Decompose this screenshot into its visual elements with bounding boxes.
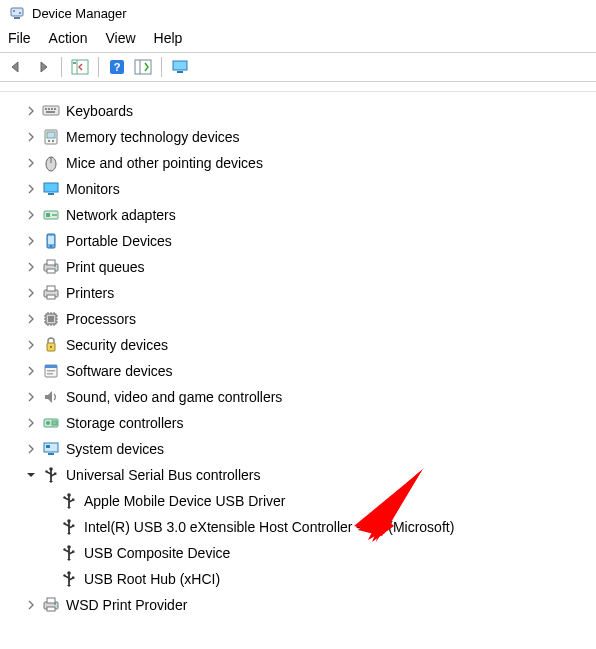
tree-node[interactable]: Sound, video and game controllers <box>4 384 596 410</box>
sound-icon <box>42 388 60 406</box>
app-icon <box>8 4 26 22</box>
expand-icon[interactable] <box>24 260 38 274</box>
tree-child-node[interactable]: USB Root Hub (xHCI) <box>4 566 596 592</box>
tree-node[interactable]: Keyboards <box>4 98 596 124</box>
storage-icon <box>42 414 60 432</box>
forward-button[interactable] <box>32 56 54 78</box>
back-button[interactable] <box>6 56 28 78</box>
svg-rect-11 <box>173 61 187 70</box>
tree-node[interactable]: Software devices <box>4 358 596 384</box>
expand-icon[interactable] <box>24 598 38 612</box>
system-icon <box>42 440 60 458</box>
tree-node-label: USB Root Hub (xHCI) <box>82 571 220 587</box>
memtech-icon <box>42 128 60 146</box>
tree-node[interactable]: Portable Devices <box>4 228 596 254</box>
expand-icon[interactable] <box>24 442 38 456</box>
usb-icon <box>42 466 60 484</box>
expand-icon[interactable] <box>24 104 38 118</box>
expand-icon[interactable] <box>24 286 38 300</box>
tree-node-label: Print queues <box>64 259 145 275</box>
expand-icon[interactable] <box>24 364 38 378</box>
toolbar: ? <box>0 52 596 82</box>
expand-icon[interactable] <box>24 416 38 430</box>
tree-child-node[interactable]: Intel(R) USB 3.0 eXtensible Host Control… <box>4 514 596 540</box>
usb-icon <box>60 518 78 536</box>
tree-node-label: Printers <box>64 285 114 301</box>
printqueue-icon <box>42 596 60 614</box>
menu-file[interactable]: File <box>8 30 31 46</box>
tree-node[interactable]: Processors <box>4 306 596 332</box>
menu-action[interactable]: Action <box>49 30 88 46</box>
svg-point-3 <box>19 12 21 14</box>
tree-node-label: Monitors <box>64 181 120 197</box>
tree-node[interactable]: Monitors <box>4 176 596 202</box>
tree-node[interactable]: Storage controllers <box>4 410 596 436</box>
expand-icon[interactable] <box>24 312 38 326</box>
toolbar-separator <box>61 57 62 77</box>
tree-node[interactable]: System devices <box>4 436 596 462</box>
tree-child-node[interactable]: USB Composite Device <box>4 540 596 566</box>
software-icon <box>42 362 60 380</box>
content-separator <box>0 82 596 92</box>
menubar: File Action View Help <box>0 26 596 52</box>
portable-icon <box>42 232 60 250</box>
printqueue-icon <box>42 258 60 276</box>
monitor-icon <box>42 180 60 198</box>
tree-node-label: Apple Mobile Device USB Driver <box>82 493 286 509</box>
monitor-button[interactable] <box>169 56 191 78</box>
expand-icon[interactable] <box>24 156 38 170</box>
tree-node-label: Memory technology devices <box>64 129 240 145</box>
tree-node[interactable]: Mice and other pointing devices <box>4 150 596 176</box>
toolbar-separator <box>161 57 162 77</box>
show-hide-console-button[interactable] <box>69 56 91 78</box>
tree-node-label: Sound, video and game controllers <box>64 389 282 405</box>
menu-view[interactable]: View <box>105 30 135 46</box>
tree-node-label: Mice and other pointing devices <box>64 155 263 171</box>
svg-rect-12 <box>177 71 183 73</box>
tree-node[interactable]: Network adapters <box>4 202 596 228</box>
keyboard-icon <box>42 102 60 120</box>
expand-icon[interactable] <box>24 182 38 196</box>
cpu-icon <box>42 310 60 328</box>
titlebar: Device Manager <box>0 0 596 26</box>
tree-node-label: Software devices <box>64 363 173 379</box>
tree-child-node[interactable]: Apple Mobile Device USB Driver <box>4 488 596 514</box>
tree-node[interactable]: WSD Print Provider <box>4 592 596 618</box>
menu-help[interactable]: Help <box>154 30 183 46</box>
tree-node[interactable]: Memory technology devices <box>4 124 596 150</box>
usb-icon <box>60 492 78 510</box>
scan-hardware-button[interactable] <box>132 56 154 78</box>
printer-icon <box>42 284 60 302</box>
svg-point-2 <box>13 10 15 12</box>
toolbar-separator <box>98 57 99 77</box>
tree-node-label: WSD Print Provider <box>64 597 187 613</box>
svg-rect-0 <box>11 8 23 16</box>
expand-icon[interactable] <box>24 234 38 248</box>
tree-node-label: Intel(R) USB 3.0 eXtensible Host Control… <box>82 519 454 535</box>
usb-icon <box>60 544 78 562</box>
expand-icon[interactable] <box>24 338 38 352</box>
svg-text:?: ? <box>114 61 121 73</box>
tree-node-label: Network adapters <box>64 207 176 223</box>
tree-node[interactable]: Printers <box>4 280 596 306</box>
tree-node-label: Universal Serial Bus controllers <box>64 467 261 483</box>
tree-node[interactable]: Universal Serial Bus controllers <box>4 462 596 488</box>
tree-node-label: USB Composite Device <box>82 545 230 561</box>
svg-rect-1 <box>14 17 20 19</box>
expand-icon[interactable] <box>24 390 38 404</box>
security-icon <box>42 336 60 354</box>
expand-icon[interactable] <box>24 130 38 144</box>
tree-node[interactable]: Print queues <box>4 254 596 280</box>
help-button[interactable]: ? <box>106 56 128 78</box>
tree-node-label: Processors <box>64 311 136 327</box>
mouse-icon <box>42 154 60 172</box>
window-title: Device Manager <box>32 6 127 21</box>
tree-node-label: Keyboards <box>64 103 133 119</box>
tree-node-label: Storage controllers <box>64 415 184 431</box>
tree-node[interactable]: Security devices <box>4 332 596 358</box>
netadapter-icon <box>42 206 60 224</box>
collapse-icon[interactable] <box>24 468 38 482</box>
tree-node-label: Security devices <box>64 337 168 353</box>
tree-node-label: Portable Devices <box>64 233 172 249</box>
expand-icon[interactable] <box>24 208 38 222</box>
